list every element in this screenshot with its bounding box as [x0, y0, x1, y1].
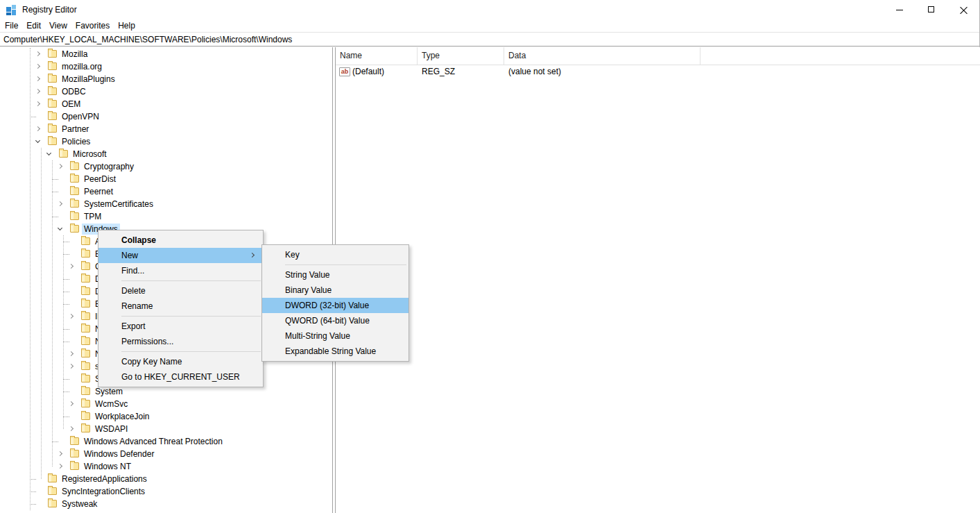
- chevron-collapsed-icon[interactable]: [58, 164, 62, 169]
- chevron-collapsed-icon[interactable]: [35, 51, 40, 56]
- chevron-expanded-icon[interactable]: [46, 151, 51, 155]
- chevron-collapsed-icon[interactable]: [58, 451, 62, 456]
- tree-item-label[interactable]: WcmSvc: [93, 398, 130, 410]
- context-menu-item-permissions[interactable]: Permissions...: [98, 334, 263, 349]
- tree-item-label[interactable]: Microsoft: [71, 149, 109, 160]
- tree-item-label[interactable]: RegisteredApplications: [60, 473, 149, 485]
- tree-item-label[interactable]: mozilla.org: [60, 61, 104, 72]
- tree-item[interactable]: Cryptography: [0, 160, 318, 173]
- context-menu-item-collapse[interactable]: Collapse: [98, 233, 263, 248]
- tree-item-label[interactable]: Mozilla: [60, 49, 89, 60]
- chevron-collapsed-icon[interactable]: [35, 64, 40, 69]
- context-menu-item-rename[interactable]: Rename: [98, 298, 263, 314]
- tree-item[interactable]: WcmSvc: [0, 398, 318, 410]
- column-header-type[interactable]: Type: [418, 47, 504, 65]
- context-menu-separator: [121, 351, 261, 352]
- new-submenu-item-multi-string-value[interactable]: Multi-String Value: [262, 328, 409, 344]
- tree-item[interactable]: OEM: [0, 98, 318, 110]
- context-menu-item-new[interactable]: New: [98, 248, 263, 263]
- new-submenu-item-string-value[interactable]: String Value: [262, 267, 409, 283]
- tree-item[interactable]: mozilla.org: [0, 60, 318, 73]
- column-header-name[interactable]: Name: [336, 47, 418, 65]
- close-button[interactable]: [947, 0, 979, 19]
- chevron-collapsed-icon[interactable]: [69, 314, 74, 319]
- chevron-collapsed-icon[interactable]: [35, 101, 40, 106]
- maximize-button[interactable]: [915, 0, 947, 19]
- new-submenu-item-expandable-string-value[interactable]: Expandable String Value: [262, 344, 409, 359]
- tree-item[interactable]: Systweak: [0, 498, 318, 510]
- tree-item-label[interactable]: OEM: [60, 99, 83, 110]
- tree-item[interactable]: ODBC: [0, 85, 318, 98]
- tree-item[interactable]: PeerDist: [0, 173, 318, 185]
- value-row[interactable]: ab(Default)REG_SZ(value not set): [336, 65, 980, 78]
- tree-item-label[interactable]: MozillaPlugins: [60, 74, 117, 85]
- chevron-collapsed-icon[interactable]: [35, 126, 40, 131]
- new-submenu-item-binary-value[interactable]: Binary Value: [262, 283, 409, 298]
- new-submenu-item-key[interactable]: Key: [262, 247, 409, 262]
- tree-item[interactable]: WorkplaceJoin: [0, 410, 318, 423]
- tree-item[interactable]: Windows NT: [0, 460, 318, 473]
- chevron-collapsed-icon[interactable]: [69, 264, 74, 269]
- menubar-item-favorites[interactable]: Favorites: [71, 19, 114, 33]
- tree-item-label[interactable]: WorkplaceJoin: [93, 411, 151, 422]
- new-submenu: KeyString ValueBinary ValueDWORD (32-bit…: [261, 244, 409, 362]
- tree-item[interactable]: OpenVPN: [0, 110, 318, 123]
- tree-item-label[interactable]: Policies: [60, 136, 92, 147]
- chevron-expanded-icon[interactable]: [35, 138, 40, 143]
- tree-item[interactable]: Partner: [0, 123, 318, 135]
- new-submenu-item-qword-64-bit-value[interactable]: QWORD (64-bit) Value: [262, 313, 409, 328]
- tree-item-label[interactable]: SystemCertificates: [82, 199, 155, 210]
- menubar-item-edit[interactable]: Edit: [22, 19, 45, 33]
- tree-item-label[interactable]: System: [93, 386, 125, 397]
- chevron-collapsed-icon[interactable]: [69, 364, 74, 369]
- tree-item[interactable]: Windows Defender: [0, 448, 318, 460]
- tree-item-label[interactable]: OpenVPN: [60, 111, 101, 122]
- tree-item-label[interactable]: WSDAPI: [93, 423, 130, 435]
- tree-item-label[interactable]: PeerDist: [82, 174, 118, 185]
- tree-item[interactable]: Mozilla: [0, 48, 318, 60]
- tree-item[interactable]: TPM: [0, 210, 318, 223]
- tree-item[interactable]: MozillaPlugins: [0, 73, 318, 85]
- address-bar[interactable]: Computer\HKEY_LOCAL_MACHINE\SOFTWARE\Pol…: [0, 33, 979, 47]
- chevron-collapsed-icon[interactable]: [58, 464, 62, 469]
- chevron-expanded-icon[interactable]: [58, 226, 62, 230]
- context-menu-item-delete[interactable]: Delete: [98, 283, 263, 298]
- chevron-collapsed-icon[interactable]: [35, 89, 40, 94]
- tree-item[interactable]: Peernet: [0, 185, 318, 198]
- chevron-collapsed-icon[interactable]: [69, 401, 74, 406]
- menubar-item-view[interactable]: View: [45, 19, 71, 33]
- minimize-button[interactable]: [884, 0, 915, 19]
- tree-item[interactable]: Policies: [0, 135, 318, 148]
- chevron-collapsed-icon[interactable]: [69, 426, 74, 431]
- tree-item-label[interactable]: ODBC: [60, 86, 88, 97]
- tree-item-label[interactable]: Windows Defender: [82, 448, 156, 460]
- tree-item-label[interactable]: SyncIntegrationClients: [60, 486, 147, 497]
- new-submenu-item-dword-32-bit-value[interactable]: DWORD (32-bit) Value: [262, 298, 409, 313]
- tree-item-label[interactable]: Windows Advanced Threat Protection: [82, 436, 225, 447]
- folder-icon: [48, 50, 57, 58]
- tree-item-label[interactable]: Windows NT: [82, 461, 133, 472]
- chevron-collapsed-icon[interactable]: [35, 76, 40, 81]
- address-bar-path[interactable]: Computer\HKEY_LOCAL_MACHINE\SOFTWARE\Pol…: [3, 35, 292, 44]
- chevron-collapsed-icon[interactable]: [69, 351, 74, 356]
- registry-editor-app-icon[interactable]: [6, 4, 17, 15]
- tree-item-label[interactable]: Systweak: [60, 498, 99, 510]
- tree-item[interactable]: SyncIntegrationClients: [0, 485, 318, 498]
- context-menu-item-export[interactable]: Export: [98, 319, 263, 334]
- tree-item[interactable]: RegisteredApplications: [0, 473, 318, 485]
- tree-item[interactable]: Windows Advanced Threat Protection: [0, 435, 318, 448]
- context-menu-item-copy-key-name[interactable]: Copy Key Name: [98, 354, 263, 369]
- tree-item[interactable]: WSDAPI: [0, 423, 318, 435]
- tree-item-label[interactable]: TPM: [82, 211, 103, 222]
- tree-item[interactable]: Microsoft: [0, 148, 318, 160]
- chevron-collapsed-icon[interactable]: [58, 201, 62, 206]
- column-header-data[interactable]: Data: [504, 47, 700, 65]
- tree-item[interactable]: SystemCertificates: [0, 198, 318, 210]
- context-menu-item-find[interactable]: Find...: [98, 263, 263, 278]
- tree-item-label[interactable]: Peernet: [82, 186, 115, 197]
- context-menu-item-go-to-hkey-current-user[interactable]: Go to HKEY_CURRENT_USER: [98, 369, 263, 385]
- tree-item-label[interactable]: Partner: [60, 124, 91, 135]
- tree-item-label[interactable]: Cryptography: [82, 161, 136, 172]
- menubar-item-file[interactable]: File: [1, 19, 22, 33]
- menubar-item-help[interactable]: Help: [114, 19, 139, 33]
